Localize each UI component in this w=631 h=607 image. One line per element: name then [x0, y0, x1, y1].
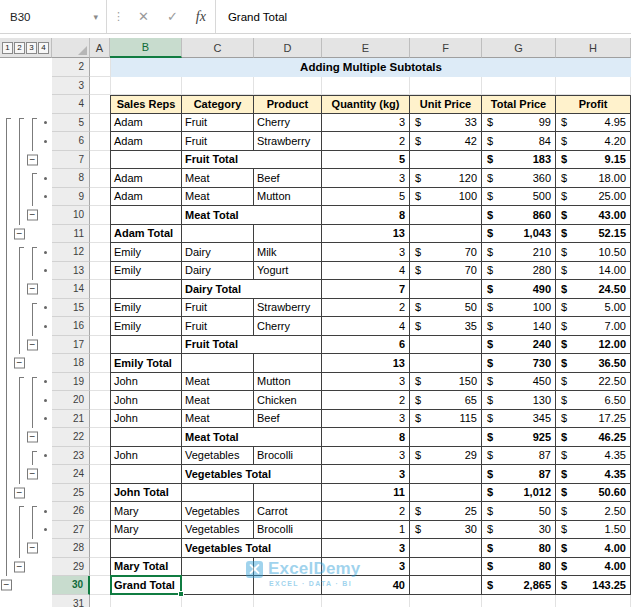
cell-F24[interactable] — [410, 465, 482, 484]
cell-A8[interactable] — [90, 169, 110, 188]
row-header-25[interactable]: 25 — [52, 484, 90, 503]
cell-F15[interactable]: $50 — [410, 299, 482, 318]
cell-A25[interactable] — [90, 484, 110, 503]
cell-A21[interactable] — [90, 410, 110, 429]
row-header-30[interactable]: 30 — [52, 576, 90, 595]
row-header-5[interactable]: 5 — [52, 114, 90, 133]
cell-F23[interactable]: $29 — [410, 447, 482, 466]
cell-A3[interactable] — [90, 77, 110, 96]
cell-D25[interactable] — [254, 484, 322, 503]
table-header-cell-C4[interactable]: Category — [182, 95, 254, 114]
cell-C21[interactable]: Meat — [182, 410, 254, 429]
cell-B8[interactable]: Adam — [110, 169, 182, 188]
cell-H22[interactable]: $46.25 — [556, 428, 631, 447]
cell-B20[interactable]: John — [110, 391, 182, 410]
cell-H9[interactable]: $25.00 — [556, 188, 631, 207]
cell-B19[interactable]: John — [110, 373, 182, 392]
cell-E28[interactable]: 3 — [322, 539, 410, 558]
cell-G31[interactable] — [482, 595, 556, 607]
collapse-group-button[interactable]: − — [27, 210, 38, 221]
collapse-group-button[interactable]: − — [27, 284, 38, 295]
cell-A2[interactable] — [90, 58, 110, 77]
cell-E14[interactable]: 7 — [322, 280, 410, 299]
cell-C18[interactable] — [182, 354, 254, 373]
cell-A23[interactable] — [90, 447, 110, 466]
cell-G17[interactable]: $240 — [482, 336, 556, 355]
table-header-cell-G4[interactable]: Total Price — [482, 95, 556, 114]
cell-B5[interactable]: Adam — [110, 114, 182, 133]
outline-level-4-button[interactable]: 4 — [38, 42, 49, 54]
cell-C22[interactable]: Meat Total — [182, 428, 322, 447]
collapse-group-button[interactable]: − — [27, 154, 38, 165]
collapse-group-button[interactable]: − — [14, 228, 25, 239]
cell-B14[interactable] — [110, 280, 182, 299]
cell-D16[interactable]: Cherry — [254, 317, 322, 336]
column-header-G[interactable]: G — [482, 38, 556, 58]
collapse-group-button[interactable]: − — [27, 543, 38, 554]
row-header-29[interactable]: 29 — [52, 558, 90, 577]
cell-C13[interactable]: Dairy — [182, 262, 254, 281]
cell-H7[interactable]: $9.15 — [556, 151, 631, 170]
cell-H14[interactable]: $24.50 — [556, 280, 631, 299]
cell-A30[interactable] — [90, 576, 110, 595]
cell-B16[interactable]: Emily — [110, 317, 182, 336]
cell-D30[interactable] — [254, 576, 322, 595]
cell-B30[interactable]: Grand Total — [110, 576, 182, 595]
cell-H13[interactable]: $14.00 — [556, 262, 631, 281]
row-header-3[interactable]: 3 — [52, 77, 90, 96]
outline-level-1-button[interactable]: 1 — [2, 42, 13, 54]
cell-E5[interactable]: 3 — [322, 114, 410, 133]
column-header-A[interactable]: A — [90, 38, 110, 58]
cell-B28[interactable] — [110, 539, 182, 558]
cell-C24[interactable]: Vegetables Total — [182, 465, 322, 484]
table-header-cell-D4[interactable]: Product — [254, 95, 322, 114]
cell-H23[interactable]: $4.35 — [556, 447, 631, 466]
cell-C14[interactable]: Dairy Total — [182, 280, 322, 299]
row-header-15[interactable]: 15 — [52, 299, 90, 318]
cell-A5[interactable] — [90, 114, 110, 133]
cell-G23[interactable]: $87 — [482, 447, 556, 466]
cell-G6[interactable]: $84 — [482, 132, 556, 151]
cell-E17[interactable]: 6 — [322, 336, 410, 355]
cell-H24[interactable]: $4.35 — [556, 465, 631, 484]
cell-B9[interactable]: Adam — [110, 188, 182, 207]
cell-B11[interactable]: Adam Total — [110, 225, 182, 244]
cell-E7[interactable]: 5 — [322, 151, 410, 170]
cell-F6[interactable]: $42 — [410, 132, 482, 151]
cell-F29[interactable] — [410, 558, 482, 577]
cell-E21[interactable]: 3 — [322, 410, 410, 429]
cell-E15[interactable]: 2 — [322, 299, 410, 318]
cell-H16[interactable]: $7.00 — [556, 317, 631, 336]
cell-A17[interactable] — [90, 336, 110, 355]
collapse-group-button[interactable]: − — [14, 358, 25, 369]
row-header-10[interactable]: 10 — [52, 206, 90, 225]
cell-A15[interactable] — [90, 299, 110, 318]
cell-C31[interactable] — [182, 595, 254, 607]
cell-B18[interactable]: Emily Total — [110, 354, 182, 373]
row-header-4[interactable]: 4 — [52, 95, 90, 114]
cell-D19[interactable]: Mutton — [254, 373, 322, 392]
cell-E3[interactable] — [322, 77, 410, 96]
cell-E12[interactable]: 3 — [322, 243, 410, 262]
cell-H18[interactable]: $36.50 — [556, 354, 631, 373]
cell-H5[interactable]: $4.95 — [556, 114, 631, 133]
cell-F28[interactable] — [410, 539, 482, 558]
collapse-group-button[interactable]: − — [14, 561, 25, 572]
collapse-group-button[interactable]: − — [27, 432, 38, 443]
cell-F7[interactable] — [410, 151, 482, 170]
cell-A11[interactable] — [90, 225, 110, 244]
cell-E23[interactable]: 3 — [322, 447, 410, 466]
name-box[interactable]: B30 ▾ — [0, 0, 106, 33]
cell-B21[interactable]: John — [110, 410, 182, 429]
row-header-13[interactable]: 13 — [52, 262, 90, 281]
cell-C9[interactable]: Meat — [182, 188, 254, 207]
cell-D31[interactable] — [254, 595, 322, 607]
cell-G5[interactable]: $99 — [482, 114, 556, 133]
cell-C25[interactable] — [182, 484, 254, 503]
cell-F3[interactable] — [410, 77, 482, 96]
cell-H26[interactable]: $2.50 — [556, 502, 631, 521]
cell-C20[interactable]: Meat — [182, 391, 254, 410]
cell-D20[interactable]: Chicken — [254, 391, 322, 410]
cell-A13[interactable] — [90, 262, 110, 281]
cell-A7[interactable] — [90, 151, 110, 170]
